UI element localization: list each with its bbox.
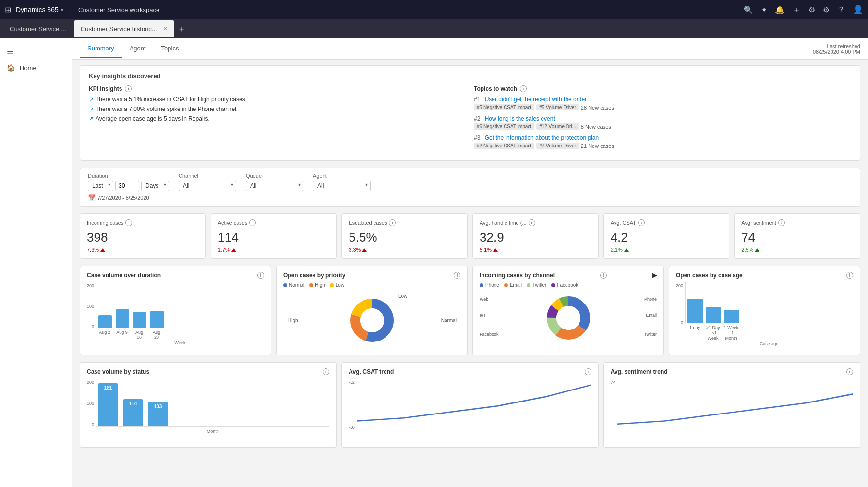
topic-tag-2-2: #12 Volume Dri... — [536, 123, 579, 130]
kpi-handle-change: 5.1% — [480, 247, 591, 253]
tab-customer-service-historic[interactable]: Customer Service historic... ✕ — [74, 20, 174, 37]
topic-new-cases-3: 21 New cases — [581, 143, 614, 149]
hamburger-icon[interactable]: ☰ — [0, 43, 72, 60]
tab-close-icon[interactable]: ✕ — [163, 25, 168, 32]
sidebar: ☰ 🏠 Home — [0, 38, 72, 487]
kpi-escalated-value: 5.5% — [349, 230, 460, 245]
tab-customer-service[interactable]: Customer Service ... — [3, 20, 73, 37]
copilot-icon[interactable]: ✦ — [761, 5, 767, 14]
kpi-handle-info[interactable]: i — [529, 219, 535, 226]
duration-filter: Duration Last Days — [88, 173, 169, 191]
label-normal: Normal — [441, 318, 457, 323]
channel-donut-svg — [544, 294, 592, 342]
kpi-active-change: 1.7% — [218, 247, 330, 253]
duration-value-input[interactable] — [115, 181, 139, 191]
bar-4 — [150, 311, 164, 328]
kpi-csat-info[interactable]: i — [638, 219, 645, 226]
priority-legend: Normal High Low — [283, 282, 460, 288]
legend-low: Low — [330, 282, 344, 288]
kpi-card-handle-time: Avg. handle time (... i 32.9 5.1% — [472, 213, 599, 259]
case-volume-info[interactable]: i — [257, 272, 264, 279]
status-bar-3: 103 — [148, 402, 168, 426]
sentiment-line-main — [617, 379, 853, 432]
kpi-card-csat: Avg. CSAT i 4.2 2.1% — [603, 213, 730, 259]
subtabs: Summary Agent Topics — [80, 40, 186, 58]
bar-wrap-4 — [150, 311, 164, 328]
age-bar-1 — [687, 299, 703, 323]
content-area: Summary Agent Topics Last refreshed 08/2… — [72, 38, 868, 487]
filter-row: Duration Last Days — [88, 173, 852, 191]
open-priority-info[interactable]: i — [454, 272, 460, 279]
bar-1 — [98, 315, 112, 328]
topic-link-1[interactable]: User didn't get the receipt with the ord… — [485, 96, 587, 103]
bottom-charts: Case volume by status i 200 100 0 — [80, 362, 860, 448]
kpi-csat-title: Avg. CSAT i — [611, 219, 723, 226]
age-y-axis: 200 0 — [676, 282, 683, 338]
channel-select[interactable]: All — [179, 181, 236, 191]
notifications-icon[interactable]: 🔔 — [775, 5, 784, 14]
topic-link-3[interactable]: Get the information about the protection… — [485, 134, 599, 141]
status-bar-2: 114 — [123, 399, 143, 426]
case-status-info[interactable]: i — [323, 368, 329, 375]
topbar-icons: 🔍 ✦ 🔔 ＋ ⚙ ⚙ ？ 👤 — [744, 4, 863, 15]
topic-tag-3-1: #2 Negative CSAT impact — [474, 143, 534, 149]
sidebar-item-home[interactable]: 🏠 Home — [0, 60, 72, 75]
grid-icon[interactable]: ⊞ — [5, 5, 11, 14]
kpi-insight-1: ↗ There was a 5.1% increase in CSAT for … — [89, 96, 466, 103]
agent-select[interactable]: All — [313, 181, 371, 191]
sentiment-y-axis: 74 — [611, 379, 615, 432]
legend-dot-facebook — [551, 283, 555, 287]
kpi-incoming-info[interactable]: i — [125, 219, 132, 226]
case-volume-title: Case volume over duration i — [87, 272, 264, 279]
kpi-csat-change: 2.1% — [611, 247, 723, 253]
duration-unit-select[interactable]: Days — [141, 181, 169, 191]
app-name[interactable]: Dynamics 365 ▾ — [16, 6, 63, 13]
csat-trend-info[interactable]: i — [585, 368, 591, 375]
add-icon[interactable]: ＋ — [792, 4, 801, 15]
age-bar-main: 1 day >1 Day - <1 Week 1 Week - 1 Month … — [685, 282, 853, 346]
kpi-sentiment-info[interactable]: i — [778, 219, 785, 226]
queue-filter: Queue All — [246, 173, 303, 191]
kpi-escalated-info[interactable]: i — [389, 219, 396, 226]
tab-topics[interactable]: Topics — [154, 40, 187, 58]
kpi-info-icon[interactable]: i — [125, 85, 132, 92]
settings-icon[interactable]: ⚙ — [823, 5, 830, 14]
topic-item-1: #1 User didn't get the receipt with the … — [474, 96, 851, 110]
status-bar-wrap-1: 181 — [98, 383, 118, 426]
channel-legend: Phone Email Twitter Facebook — [480, 282, 657, 288]
legend-dot-twitter — [527, 283, 530, 287]
open-priority-chart: Open cases by priority i Normal High — [276, 266, 468, 355]
queue-select[interactable]: All — [246, 181, 303, 191]
channel-label-iot: IoT — [480, 313, 486, 317]
filter-icon[interactable]: ⚙ — [808, 5, 815, 14]
tab-summary[interactable]: Summary — [80, 40, 122, 58]
legend-twitter: Twitter — [527, 282, 546, 288]
channel-filter: Channel All — [179, 173, 236, 191]
case-status-chart: Case volume by status i 200 100 0 — [80, 362, 337, 448]
tab-agent[interactable]: Agent — [122, 40, 154, 58]
open-age-info[interactable]: i — [846, 272, 853, 279]
topic-link-2[interactable]: How long is the sales event — [485, 115, 555, 122]
legend-dot-high — [309, 283, 313, 287]
bar-2 — [116, 309, 129, 328]
charts-grid: Case volume over duration i 200 100 0 — [80, 266, 860, 355]
user-icon[interactable]: 👤 — [853, 4, 863, 15]
sentiment-trend-info[interactable]: i — [846, 368, 853, 375]
duration-type-select[interactable]: Last — [88, 181, 113, 191]
search-icon[interactable]: 🔍 — [744, 5, 753, 14]
last-refreshed: Last refreshed 08/25/2020 4:00 PM — [813, 43, 860, 55]
bar-chart-main: Aug 2 Aug 9 Aug 16 Aug 23 Week — [96, 282, 264, 345]
tab-add-icon[interactable]: ＋ — [177, 23, 186, 35]
open-priority-title: Open cases by priority i — [283, 272, 460, 279]
main-layout: ☰ 🏠 Home Summary Agent Topics Last refre… — [0, 38, 868, 487]
help-icon[interactable]: ？ — [837, 5, 845, 15]
incoming-channel-info[interactable]: i — [600, 272, 607, 279]
legend-dot-phone — [480, 283, 483, 287]
channel-next-icon[interactable]: ▶ — [652, 272, 657, 279]
incoming-channel-title: Incoming cases by channel i ▶ — [480, 272, 657, 279]
kpi-active-info[interactable]: i — [249, 219, 256, 226]
sentiment-trend-title: Avg. sentiment trend i — [611, 368, 853, 375]
kpi-sentiment-trend-icon — [755, 248, 760, 252]
kpi-escalated-title: Escalated cases i — [349, 219, 460, 226]
topics-info-icon[interactable]: i — [520, 85, 527, 92]
